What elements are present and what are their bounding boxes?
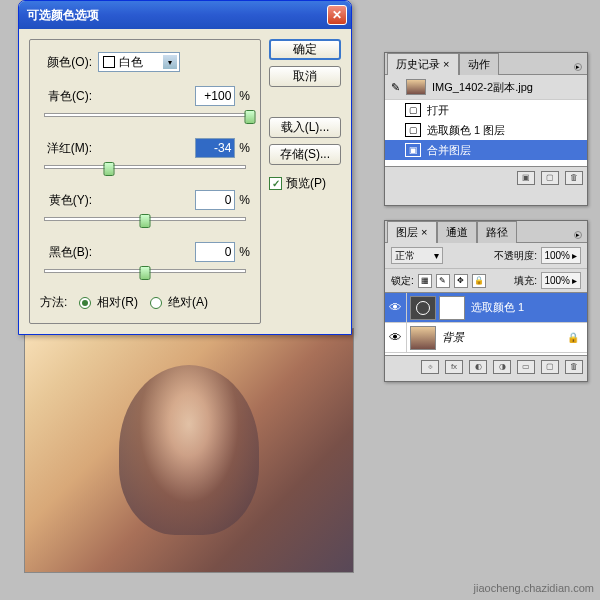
lock-brush-icon[interactable]: ✎ <box>436 274 450 288</box>
titlebar[interactable]: 可选颜色选项 ✕ <box>19 1 351 29</box>
black-input[interactable]: 0 <box>195 242 235 262</box>
slider-thumb-icon[interactable] <box>245 110 256 124</box>
pct-sign: % <box>239 245 250 259</box>
pct-sign: % <box>239 193 250 207</box>
fill-label: 填充: <box>514 274 537 288</box>
mask-thumb-icon <box>439 296 465 320</box>
link-icon[interactable]: ⟐ <box>421 360 439 374</box>
ok-button[interactable]: 确定 <box>269 39 341 60</box>
open-icon: ▢ <box>405 103 421 117</box>
magenta-label: 洋红(M): <box>40 140 98 157</box>
yellow-input[interactable]: 0 <box>195 190 235 210</box>
chevron-down-icon: ▾ <box>434 250 439 261</box>
trash-icon[interactable]: 🗑 <box>565 360 583 374</box>
tab-actions[interactable]: 动作 <box>459 53 499 75</box>
layer-name: 背景 <box>442 330 567 345</box>
folder-icon[interactable]: ▭ <box>517 360 535 374</box>
method-absolute-label: 绝对(A) <box>168 294 208 311</box>
lock-pixels-icon[interactable]: ▦ <box>418 274 432 288</box>
trash-icon[interactable]: 🗑 <box>565 171 583 185</box>
blend-mode-dropdown[interactable]: 正常▾ <box>391 247 443 264</box>
new-layer-icon[interactable]: ▢ <box>541 360 559 374</box>
slider-thumb-icon[interactable] <box>104 162 115 176</box>
dialog-title: 可选颜色选项 <box>27 7 327 24</box>
history-item[interactable]: ▢ 打开 <box>385 100 587 120</box>
chevron-down-icon: ▾ <box>163 55 177 69</box>
merge-icon: ▣ <box>405 143 421 157</box>
image-preview <box>24 328 354 573</box>
cyan-slider[interactable] <box>40 110 250 128</box>
load-button[interactable]: 载入(L)... <box>269 117 341 138</box>
fx-icon[interactable]: fx <box>445 360 463 374</box>
black-label: 黑色(B): <box>40 244 98 261</box>
chevron-right-icon: ▸ <box>572 250 577 261</box>
tab-layers[interactable]: 图层 × <box>387 221 437 243</box>
tab-history[interactable]: 历史记录 × <box>387 53 459 75</box>
layer-name: 选取颜色 1 <box>471 300 587 315</box>
preview-checkbox[interactable]: ✓ <box>269 177 282 190</box>
color-label: 颜色(O): <box>40 54 98 71</box>
radio-relative[interactable] <box>79 297 91 309</box>
layers-panel: 图层 × 通道 路径 ▸ 正常▾ 不透明度: 100%▸ 锁定: ▦ ✎ ✥ 🔒… <box>384 220 588 382</box>
lock-all-icon[interactable]: 🔒 <box>472 274 486 288</box>
lock-icon: 🔒 <box>567 332 587 343</box>
method-relative-label: 相对(R) <box>97 294 138 311</box>
lock-label: 锁定: <box>391 274 414 288</box>
color-name: 白色 <box>119 54 143 71</box>
yellow-slider[interactable] <box>40 214 250 232</box>
pct-sign: % <box>239 89 250 103</box>
history-panel: 历史记录 × 动作 ▸ ✎ IMG_1402-2副本.jpg ▢ 打开 ▢ 选取… <box>384 52 588 206</box>
cyan-input[interactable]: +100 <box>195 86 235 106</box>
history-file: IMG_1402-2副本.jpg <box>432 80 533 95</box>
layer-row[interactable]: 👁 选取颜色 1 <box>385 293 587 323</box>
magenta-slider[interactable] <box>40 162 250 180</box>
cancel-button[interactable]: 取消 <box>269 66 341 87</box>
new-state-icon[interactable]: ▢ <box>541 171 559 185</box>
pct-sign: % <box>239 141 250 155</box>
layer-row[interactable]: 👁 背景 🔒 <box>385 323 587 353</box>
tab-channels[interactable]: 通道 <box>437 221 477 243</box>
history-thumb <box>406 79 426 95</box>
slider-thumb-icon[interactable] <box>140 266 151 280</box>
layer-icon: ▢ <box>405 123 421 137</box>
slider-thumb-icon[interactable] <box>140 214 151 228</box>
radio-absolute[interactable] <box>150 297 162 309</box>
cyan-label: 青色(C): <box>40 88 98 105</box>
history-item[interactable]: ▢ 选取颜色 1 图层 <box>385 120 587 140</box>
lock-move-icon[interactable]: ✥ <box>454 274 468 288</box>
visibility-icon[interactable]: 👁 <box>385 293 407 322</box>
chevron-right-icon: ▸ <box>572 275 577 286</box>
opacity-label: 不透明度: <box>494 249 537 263</box>
black-slider[interactable] <box>40 266 250 284</box>
adjustment-thumb-icon <box>410 296 436 320</box>
history-item[interactable]: ▣ 合并图层 <box>385 140 587 160</box>
visibility-icon[interactable]: 👁 <box>385 323 407 352</box>
new-snapshot-icon[interactable]: ▣ <box>517 171 535 185</box>
selective-color-dialog: 可选颜色选项 ✕ 颜色(O): 白色 ▾ 青色(C): +100 % <box>18 0 352 335</box>
adjustment-icon[interactable]: ◑ <box>493 360 511 374</box>
tab-paths[interactable]: 路径 <box>477 221 517 243</box>
watermark: jiaocheng.chazidian.com <box>474 582 594 594</box>
layer-thumb <box>410 326 436 350</box>
color-dropdown[interactable]: 白色 ▾ <box>98 52 180 72</box>
fill-input[interactable]: 100%▸ <box>541 272 581 289</box>
panel-menu-icon[interactable]: ▸ <box>574 231 582 239</box>
mask-icon[interactable]: ◐ <box>469 360 487 374</box>
method-label: 方法: <box>40 294 67 311</box>
panel-menu-icon[interactable]: ▸ <box>574 63 582 71</box>
close-icon[interactable]: ✕ <box>327 5 347 25</box>
yellow-label: 黄色(Y): <box>40 192 98 209</box>
brush-icon: ✎ <box>391 81 400 94</box>
color-swatch-icon <box>103 56 115 68</box>
save-button[interactable]: 存储(S)... <box>269 144 341 165</box>
magenta-input[interactable]: -34 <box>195 138 235 158</box>
opacity-input[interactable]: 100%▸ <box>541 247 581 264</box>
preview-label: 预览(P) <box>286 175 326 192</box>
